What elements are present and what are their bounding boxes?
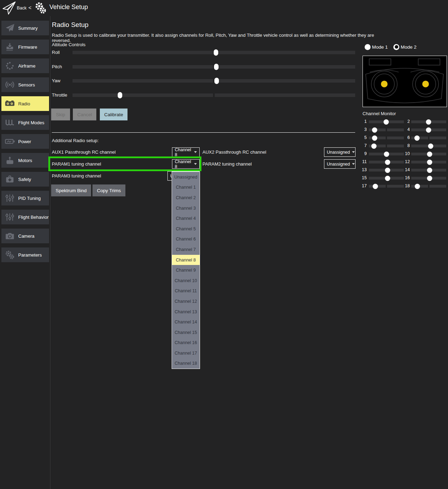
track-right: [387, 153, 404, 155]
dropdown-option-channel-7[interactable]: Channel 7: [172, 244, 200, 255]
sidebar-item-power[interactable]: Power: [1, 134, 49, 149]
param3-label: PARAM3 tuning channel: [52, 173, 101, 179]
back-button[interactable]: Back: [17, 6, 27, 11]
slider-thumb[interactable]: [214, 49, 218, 56]
sidebar-item-safety[interactable]: Safety: [1, 172, 49, 187]
dropdown-option-channel-12[interactable]: Channel 12: [172, 296, 200, 307]
sidebar-item-firmware[interactable]: Firmware: [1, 40, 49, 54]
channel-8-dot[interactable]: [428, 144, 433, 149]
dropdown-value: Channel 8: [175, 159, 192, 169]
breadcrumb-chevron: <: [28, 5, 32, 11]
dropdown-option-channel-6[interactable]: Channel 6: [172, 234, 200, 245]
sidebar-item-label: Parameters: [18, 252, 42, 258]
spektrum-bind-button[interactable]: Spektrum Bind: [51, 184, 91, 196]
channel-15-number: 15: [360, 175, 367, 180]
sidebar-item-motors[interactable]: Motors: [1, 153, 49, 168]
channel-4-dot[interactable]: [426, 127, 431, 133]
dropdown-option-channel-11[interactable]: Channel 11: [172, 286, 200, 296]
slider-track-left: [73, 79, 213, 83]
sidebar-item-camera[interactable]: Camera: [1, 229, 49, 243]
channel-18-dot[interactable]: [415, 184, 420, 189]
channel-11-number: 11: [360, 159, 367, 164]
paper-plane-icon: [1, 23, 18, 33]
dropdown-option-unassigned[interactable]: Unassigned: [172, 172, 200, 182]
param2-channel-dropdown[interactable]: Unassigned: [324, 159, 356, 169]
track-left: [411, 161, 428, 163]
channel-1-track: [369, 120, 404, 123]
channel-13-dot[interactable]: [385, 168, 390, 173]
sidebar-item-flight-modes[interactable]: Flight Modes: [1, 115, 49, 130]
slider-thumb[interactable]: [214, 64, 219, 70]
dropdown-option-channel-4[interactable]: Channel 4: [172, 213, 200, 224]
sidebar-item-parameters[interactable]: Parameters: [1, 247, 49, 262]
sidebar-item-sensors[interactable]: Sensors: [1, 77, 49, 92]
sidebar-item-label: Motors: [18, 158, 32, 163]
channel-6-dot[interactable]: [414, 135, 420, 141]
radio-unchecked-icon: [365, 44, 371, 50]
channel-17-number: 17: [360, 183, 367, 188]
slider-label: Throttle: [52, 92, 67, 98]
dropdown-option-channel-8[interactable]: Channel 8: [172, 255, 200, 265]
track-left: [369, 137, 386, 139]
track-right: [429, 137, 446, 139]
header-bar: Back < Vehicle Setup: [0, 0, 448, 16]
dropdown-value: Unassigned: [327, 150, 350, 155]
track-left: [369, 128, 386, 131]
dropdown-option-channel-5[interactable]: Channel 5: [172, 224, 200, 234]
dropdown-option-channel-2[interactable]: Channel 2: [172, 193, 200, 203]
track-left: [369, 153, 386, 155]
calibrate-button[interactable]: Calibrate: [100, 109, 127, 120]
sidebar-item-flight-behavior[interactable]: Flight Behavior: [1, 210, 49, 224]
channel-11-dot[interactable]: [385, 160, 390, 165]
param1-channel-dropdown[interactable]: Channel 8: [172, 159, 200, 169]
cancel-button: Cancel: [73, 109, 96, 120]
slider-thumb[interactable]: [214, 78, 219, 84]
mode-radio-2[interactable]: Mode 2: [393, 44, 416, 50]
channel-12-dot[interactable]: [427, 160, 432, 165]
channel-2-number: 2: [404, 119, 410, 124]
dropdown-option-channel-1[interactable]: Channel 1: [172, 182, 200, 193]
channel-1-dot[interactable]: [384, 119, 389, 125]
track-left: [411, 137, 428, 139]
sidebar-divider: [50, 16, 50, 489]
channel-14-dot[interactable]: [427, 168, 432, 173]
dropdown-option-channel-18[interactable]: Channel 18: [172, 358, 200, 369]
sidebar-item-radio[interactable]: Radio: [1, 96, 49, 111]
channel-16-dot[interactable]: [427, 176, 432, 181]
channel-6-track: [411, 137, 446, 139]
aux2-channel-dropdown[interactable]: Unassigned: [324, 147, 356, 157]
slider-label: Pitch: [52, 64, 62, 69]
dropdown-option-channel-13[interactable]: Channel 13: [172, 307, 200, 317]
camera-icon: [1, 231, 18, 241]
aux1-channel-dropdown[interactable]: Channel 8: [172, 147, 200, 157]
dropdown-option-channel-9[interactable]: Channel 9: [172, 265, 200, 275]
slider-thumb[interactable]: [118, 92, 122, 98]
dropdown-option-channel-14[interactable]: Channel 14: [172, 317, 200, 327]
dropdown-option-channel-15[interactable]: Channel 15: [172, 327, 200, 338]
sidebar-item-airframe[interactable]: Airframe: [1, 58, 49, 73]
dropdown-option-channel-3[interactable]: Channel 3: [172, 203, 200, 214]
copy-trims-button[interactable]: Copy Trims: [92, 184, 125, 196]
slider-label: Roll: [52, 50, 60, 55]
channel-9-dot[interactable]: [384, 152, 389, 157]
sidebar-item-pid-tuning[interactable]: PID Tuning: [1, 191, 49, 205]
channel-2-dot[interactable]: [426, 119, 431, 125]
dropdown-option-channel-17[interactable]: Channel 17: [172, 348, 200, 358]
channel-7-dot[interactable]: [371, 144, 377, 149]
channel-10-dot[interactable]: [427, 152, 432, 157]
tuning-sliders-icon: [1, 193, 18, 203]
dropdown-option-channel-16[interactable]: Channel 16: [172, 338, 200, 348]
mode-label: Mode 2: [401, 44, 416, 50]
channel-3-dot[interactable]: [372, 127, 377, 133]
channel-5-dot[interactable]: [372, 135, 377, 141]
channel-17-dot[interactable]: [373, 184, 378, 189]
channel-15-dot[interactable]: [385, 176, 390, 181]
channel-6-number: 6: [404, 135, 410, 140]
dropdown-option-channel-10[interactable]: Channel 10: [172, 275, 200, 286]
sidebar-item-summary[interactable]: Summary: [1, 21, 49, 35]
channel-4-number: 4: [404, 127, 410, 132]
transmitter-stick-preview: [363, 56, 447, 107]
track-left: [411, 128, 428, 131]
mode-radio-1[interactable]: Mode 1: [365, 44, 388, 50]
slider-track-right: [215, 65, 355, 69]
